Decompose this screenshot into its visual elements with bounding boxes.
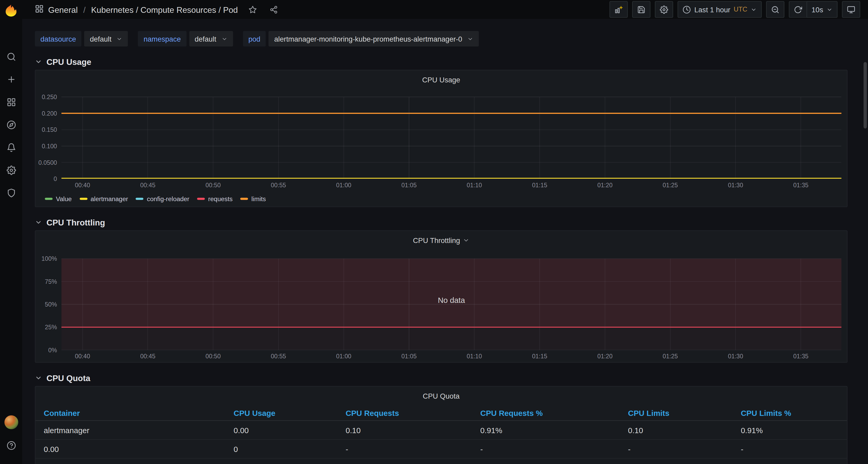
add-panel-button[interactable] bbox=[610, 1, 628, 18]
svg-text:01:30: 01:30 bbox=[728, 353, 743, 360]
sidebar bbox=[0, 0, 22, 464]
table-header-cell[interactable]: CPU Requests bbox=[337, 409, 472, 417]
legend-item-alertmanager[interactable]: alertmanager bbox=[80, 195, 128, 202]
admin-shield-icon[interactable] bbox=[4, 186, 18, 199]
svg-text:01:25: 01:25 bbox=[662, 353, 678, 360]
refresh-button[interactable] bbox=[789, 1, 807, 18]
cpu-usage-legend: Valuealertmanagerconfig-reloaderrequests… bbox=[36, 191, 847, 206]
svg-text:00:45: 00:45 bbox=[140, 353, 155, 360]
svg-text:0: 0 bbox=[54, 175, 57, 182]
table-header-cell[interactable]: CPU Limits bbox=[620, 409, 732, 417]
time-picker-button[interactable]: Last 1 hour UTC bbox=[678, 1, 762, 18]
sidebar-menu bbox=[4, 50, 18, 200]
svg-text:0.250: 0.250 bbox=[42, 94, 57, 100]
row-header-cpu-usage[interactable]: CPU Usage bbox=[35, 55, 847, 68]
time-range-label: Last 1 hour bbox=[694, 5, 731, 13]
panel-cpu-throttling: CPU Throttling No data 00:4000:4500:5000… bbox=[35, 230, 847, 363]
legend-swatch bbox=[136, 198, 144, 200]
variables-row: datasource default namespace default pod bbox=[35, 31, 847, 47]
svg-text:01:20: 01:20 bbox=[597, 182, 613, 188]
table-header-cell[interactable]: CPU Requests % bbox=[472, 409, 620, 417]
table-cell: 0.91% bbox=[472, 426, 620, 434]
dashboard-title[interactable]: Kubernetes / Compute Resources / Pod bbox=[91, 5, 238, 14]
save-dashboard-button[interactable] bbox=[632, 1, 651, 18]
svg-text:00:45: 00:45 bbox=[140, 182, 155, 188]
legend-label: alertmanager bbox=[90, 195, 128, 202]
legend-label: config-reloader bbox=[147, 195, 189, 202]
help-icon[interactable] bbox=[4, 439, 18, 452]
cycle-view-mode-button[interactable] bbox=[842, 1, 860, 18]
panel-title-cpu-throttling[interactable]: CPU Throttling bbox=[36, 231, 847, 250]
row-title: CPU Usage bbox=[46, 57, 91, 66]
sidebar-bottom bbox=[4, 415, 18, 452]
chevron-down-icon bbox=[467, 36, 473, 42]
table-header-cell[interactable]: CPU Usage bbox=[225, 409, 337, 417]
timezone-label: UTC bbox=[734, 5, 747, 13]
scrollbar-thumb[interactable] bbox=[864, 62, 867, 128]
variable-label: namespace bbox=[138, 31, 186, 47]
legend-item-config-reloader[interactable]: config-reloader bbox=[136, 195, 189, 202]
svg-text:01:30: 01:30 bbox=[728, 182, 743, 188]
cpu-throttling-chart[interactable]: No data 00:4000:4500:5000:5501:0001:0501… bbox=[36, 250, 847, 362]
user-avatar[interactable] bbox=[4, 415, 18, 429]
table-header-row: ContainerCPU UsageCPU RequestsCPU Reques… bbox=[36, 405, 847, 421]
table-header-cell[interactable]: CPU Limits % bbox=[733, 409, 847, 417]
variable-value-dropdown[interactable]: default bbox=[85, 31, 128, 47]
breadcrumb: General / Kubernetes / Compute Resources… bbox=[35, 3, 280, 16]
dashboard-settings-button[interactable] bbox=[655, 1, 673, 18]
svg-text:0.0500: 0.0500 bbox=[38, 159, 57, 166]
svg-text:50%: 50% bbox=[45, 301, 57, 308]
row-title: CPU Quota bbox=[46, 373, 90, 382]
breadcrumb-folder[interactable]: General bbox=[48, 5, 78, 14]
search-icon[interactable] bbox=[4, 50, 18, 63]
legend-label: limits bbox=[251, 195, 266, 202]
table-cell: 0.00 bbox=[36, 444, 225, 453]
panel-title-cpu-quota[interactable]: CPU Quota bbox=[36, 386, 847, 405]
svg-text:01:10: 01:10 bbox=[467, 353, 482, 360]
variable-value-dropdown[interactable]: default bbox=[189, 31, 233, 47]
create-plus-icon[interactable] bbox=[4, 72, 18, 86]
variable-value-dropdown[interactable]: alertmanager-monitoring-kube-prometheus-… bbox=[269, 31, 479, 47]
legend-item-requests[interactable]: requests bbox=[197, 195, 233, 202]
table-cell: - bbox=[620, 444, 732, 453]
row-title: CPU Throttling bbox=[46, 218, 105, 227]
cpu-usage-chart[interactable]: 00:4000:4500:5000:5501:0001:0501:1001:15… bbox=[36, 89, 847, 191]
table-row[interactable]: 0.000---- bbox=[36, 440, 847, 459]
dashboards-grid-icon[interactable] bbox=[4, 95, 18, 109]
svg-text:01:35: 01:35 bbox=[793, 353, 808, 360]
table-row[interactable]: alertmanager0.000.100.91%0.100.91% bbox=[36, 421, 847, 440]
star-icon[interactable] bbox=[247, 3, 259, 16]
svg-text:01:10: 01:10 bbox=[467, 182, 482, 188]
zoom-out-button[interactable] bbox=[766, 1, 784, 18]
svg-text:00:40: 00:40 bbox=[75, 182, 90, 188]
grafana-logo[interactable] bbox=[4, 3, 18, 18]
panel-title-cpu-usage[interactable]: CPU Usage bbox=[36, 70, 847, 89]
row-header-cpu-throttling[interactable]: CPU Throttling bbox=[35, 216, 847, 228]
cpu-quota-table: ContainerCPU UsageCPU RequestsCPU Reques… bbox=[36, 405, 847, 459]
scrollbar[interactable] bbox=[864, 20, 867, 464]
explore-compass-icon[interactable] bbox=[4, 118, 18, 131]
legend-item-Value[interactable]: Value bbox=[45, 195, 72, 202]
svg-text:01:20: 01:20 bbox=[597, 353, 613, 360]
alerting-bell-icon[interactable] bbox=[4, 141, 18, 154]
svg-text:01:35: 01:35 bbox=[793, 182, 808, 188]
legend-swatch bbox=[197, 198, 205, 200]
svg-text:01:00: 01:00 bbox=[336, 353, 351, 360]
panel-menu-chevron-icon bbox=[463, 237, 469, 243]
table-header-cell[interactable]: Container bbox=[36, 409, 225, 417]
configuration-gear-icon[interactable] bbox=[4, 164, 18, 177]
chevron-down-icon bbox=[827, 6, 832, 12]
legend-swatch bbox=[80, 198, 87, 200]
table-cell: - bbox=[733, 444, 847, 453]
row-header-cpu-quota[interactable]: CPU Quota bbox=[35, 372, 847, 384]
share-icon[interactable] bbox=[268, 3, 280, 16]
dashboard-content: datasource default namespace default pod bbox=[22, 19, 868, 464]
table-body: alertmanager0.000.100.91%0.100.91%0.000-… bbox=[36, 421, 847, 459]
navbar: General / Kubernetes / Compute Resources… bbox=[22, 0, 868, 19]
clock-icon bbox=[683, 5, 691, 13]
navbar-actions: Last 1 hour UTC 10s bbox=[610, 1, 860, 18]
table-cell: 0.10 bbox=[620, 426, 732, 434]
legend-item-limits[interactable]: limits bbox=[240, 195, 266, 202]
refresh-interval-dropdown[interactable]: 10s bbox=[807, 1, 838, 18]
chevron-down-icon bbox=[751, 6, 756, 12]
